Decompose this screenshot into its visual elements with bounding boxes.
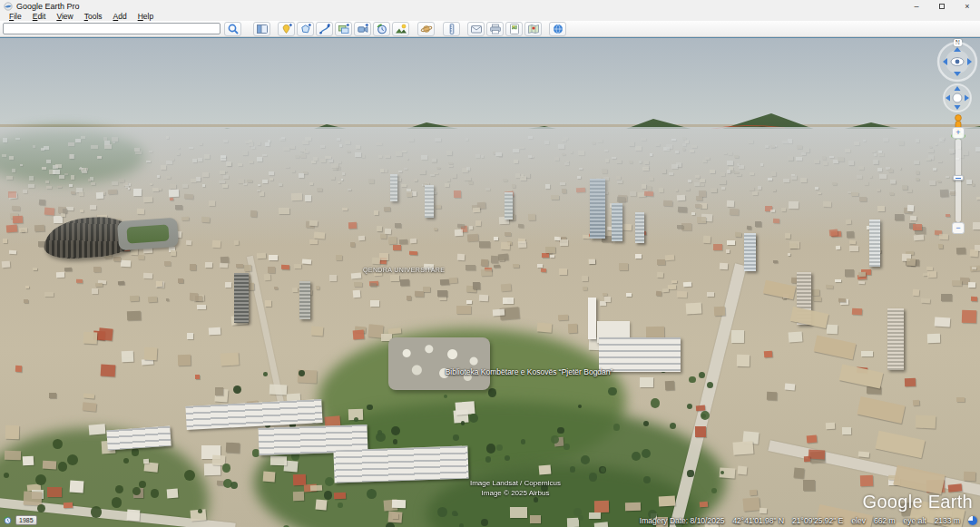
sun-icon — [395, 23, 407, 35]
menu-help[interactable]: Help — [132, 12, 159, 21]
imagery-date: Imagery Date: 8/10/2025 — [640, 516, 725, 525]
copyright-line-1: Image Landsat / Copernicus — [470, 479, 561, 487]
earth-web-button[interactable] — [549, 22, 566, 36]
eye-alt-label: eye alt — [904, 516, 926, 525]
zoom-handle[interactable] — [953, 175, 964, 181]
add-image-overlay-button[interactable] — [335, 22, 352, 36]
menu-bar: File Edit View Tools Add Help — [0, 12, 980, 21]
minimize-button[interactable]: – — [904, 0, 929, 12]
move-joystick[interactable] — [942, 83, 973, 113]
placemark-label[interactable]: Biblioteka Kombëtare e Kosovës “Pjetër B… — [446, 367, 613, 376]
close-button[interactable]: × — [955, 0, 980, 12]
search-button[interactable] — [224, 22, 241, 36]
historical-imagery-button[interactable] — [373, 22, 390, 36]
record-tour-button[interactable] — [354, 22, 371, 36]
zoom-slider[interactable]: + − — [952, 139, 965, 222]
image-overlay-icon — [338, 23, 350, 35]
history-clock-icon — [3, 515, 13, 525]
status-bar: Imagery Date: 8/10/2025 42°41'01.98" N 2… — [640, 516, 977, 525]
restore-button[interactable] — [929, 0, 955, 12]
copyright-line-2: Image © 2025 Airbus — [482, 489, 550, 497]
email-button[interactable] — [467, 22, 485, 36]
menu-file[interactable]: File — [4, 12, 27, 21]
search-input[interactable] — [3, 23, 220, 34]
national-library-building — [388, 337, 490, 390]
move-center[interactable] — [953, 93, 962, 102]
zoom-track[interactable] — [956, 139, 961, 222]
globe-icon — [552, 23, 564, 35]
printer-icon — [489, 23, 502, 35]
print-button[interactable] — [486, 22, 504, 36]
path-icon — [318, 23, 331, 35]
close-icon: × — [965, 2, 969, 11]
add-placemark-button[interactable] — [278, 22, 295, 36]
tour-icon — [357, 23, 369, 35]
longitude: 21°09'25.92" E — [792, 516, 843, 525]
add-polygon-button[interactable] — [297, 22, 314, 36]
cathedral-tower — [588, 298, 596, 339]
planets-button[interactable] — [417, 22, 435, 36]
menu-add[interactable]: Add — [108, 12, 132, 21]
oldest-imagery-year[interactable]: 1985 — [15, 515, 37, 525]
clock-icon — [376, 23, 388, 35]
polygon-icon — [299, 23, 312, 35]
envelope-icon — [470, 23, 483, 35]
zoom-in-button[interactable]: + — [952, 127, 965, 139]
ruler-button[interactable] — [443, 22, 460, 36]
save-image-button[interactable] — [505, 22, 523, 36]
menu-edit[interactable]: Edit — [27, 12, 52, 21]
toolbar-buttons — [220, 21, 566, 37]
google-earth-watermark: Google Earth — [863, 492, 973, 512]
eye-icon — [951, 58, 964, 66]
view-in-maps-button[interactable] — [524, 22, 542, 36]
sidebar-icon — [256, 23, 269, 35]
university-building — [185, 399, 322, 430]
earth-viewport[interactable]: Biblioteka Kombëtare e Kosovës “Pjetër B… — [0, 37, 980, 527]
restore-icon — [939, 4, 945, 9]
landmarks — [0, 38, 980, 527]
window-controls: – × — [904, 0, 980, 12]
add-path-button[interactable] — [316, 22, 333, 36]
eye-alt-value: 2133 m — [935, 516, 960, 525]
menu-view[interactable]: View — [51, 12, 78, 21]
elev-label: elev — [851, 516, 866, 525]
look-joystick[interactable] — [936, 41, 978, 83]
latitude: 42°41'01.98" N — [732, 516, 784, 525]
google-earth-window: Google Earth Pro – × File Edit View Tool… — [0, 0, 980, 527]
title-bar: Google Earth Pro – × — [0, 0, 980, 12]
white-building — [106, 426, 171, 451]
sidebar-toggle-button[interactable] — [253, 22, 270, 36]
elev-value: 662 m — [874, 516, 896, 525]
placemark-icon — [280, 23, 293, 35]
streaming-progress-icon — [968, 516, 977, 525]
ruler-icon — [446, 23, 458, 35]
zoom-out-button[interactable]: − — [952, 222, 965, 234]
university-building — [333, 445, 468, 483]
saturn-icon — [420, 23, 433, 35]
sunlight-button[interactable] — [392, 22, 409, 36]
minimize-icon: – — [914, 2, 918, 11]
toolbar — [0, 21, 980, 37]
window-title: Google Earth Pro — [16, 2, 80, 11]
historical-imagery-indicator[interactable]: 1985 — [3, 515, 37, 525]
maps-icon — [527, 23, 540, 35]
district-label: QENDRA UNIVERSITARE — [363, 267, 445, 273]
menu-tools[interactable]: Tools — [79, 12, 108, 21]
stadium — [117, 218, 179, 251]
magnifier-icon — [227, 23, 240, 35]
save-image-icon — [508, 23, 521, 35]
stadium-pitch — [126, 224, 169, 243]
google-earth-app-icon — [4, 2, 13, 11]
